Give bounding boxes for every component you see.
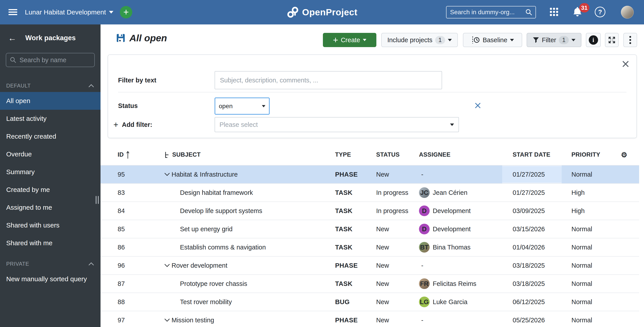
table-settings-gear-icon[interactable]: ⚙ [621,144,627,165]
assignee-name: Jean Cérien [433,189,467,196]
avatar: JC [419,187,430,198]
remove-status-filter-icon[interactable] [475,102,481,109]
work-packages-table: ID SUBJECT TYPE STATUS ASSIGNEE START DA… [100,144,639,327]
hierarchy-icon [164,151,170,158]
sidebar-search-input[interactable] [19,56,91,64]
work-package-id[interactable]: 87 [118,275,125,292]
work-package-subject[interactable]: Design habitat framework [180,184,253,201]
status-cell: New [376,220,389,238]
sidebar-title: Work packages [25,34,76,42]
column-header-assignee[interactable]: ASSIGNEE [419,144,450,165]
sidebar-item-shared-with-me[interactable]: Shared with me [0,234,100,252]
page-title: All open [130,25,167,52]
help-icon[interactable]: ? [595,7,606,17]
sidebar-item-summary[interactable]: Summary [0,163,100,181]
more-options-button[interactable] [623,33,637,47]
work-package-id[interactable]: 83 [118,184,125,201]
work-package-subject[interactable]: Rover development [172,257,227,274]
project-selector[interactable]: Lunar Habitat Development [25,0,114,25]
global-search[interactable] [446,6,536,19]
page-header: All open + Create Include projects 1 Bas… [100,25,644,52]
sidebar-item-all-open[interactable]: All open [0,92,100,110]
sidebar-item-created-by-me[interactable]: Created by me [0,181,100,199]
sidebar-item-latest-activity[interactable]: Latest activity [0,110,100,128]
column-header-id[interactable]: ID [118,144,130,165]
create-button[interactable]: + Create [323,33,376,47]
start-date-cell: 06/12/2025 [513,293,545,311]
work-package-id[interactable]: 85 [118,220,125,238]
add-filter-select[interactable]: Please select [214,117,459,132]
notifications-button[interactable]: 31 [572,6,584,19]
collapse-chevron-icon[interactable] [164,257,170,274]
sidebar-section-default[interactable]: DEFAULT [0,80,100,92]
start-date-cell: 05/25/2026 [513,311,545,327]
work-package-subject[interactable]: Develop life support systems [180,202,262,220]
work-package-subject[interactable]: Mission testing [172,311,214,327]
table-row[interactable]: 88 Test rover mobility BUG New LG Luke G… [100,292,639,311]
column-header-priority[interactable]: PRIORITY [572,144,600,165]
info-button[interactable]: i [586,33,601,47]
hamburger-menu-icon[interactable] [8,9,17,17]
work-package-id[interactable]: 95 [118,165,125,183]
work-package-id[interactable]: 96 [118,257,125,274]
priority-cell: Normal [572,257,592,274]
sidebar-item-shared-with-users[interactable]: Shared with users [0,216,100,234]
table-row[interactable]: 85 Set up energy grid TASK New D Develop… [100,220,639,238]
type-cell: PHASE [335,257,358,274]
work-package-subject[interactable]: Test rover mobility [180,293,232,311]
column-header-start-date[interactable]: START DATE [513,144,550,165]
assignee-cell: FR Felicitas Reims [419,275,476,292]
fullscreen-button[interactable] [605,33,619,47]
table-row[interactable]: 84 Develop life support systems TASK In … [100,201,639,220]
column-header-status[interactable]: STATUS [376,144,400,165]
column-header-type[interactable]: TYPE [335,144,351,165]
sidebar-section-private[interactable]: PRIVATE [0,258,100,270]
type-cell: BUG [335,293,350,311]
assignee-cell: D Development [419,202,471,220]
sidebar-item-recently-created[interactable]: Recently created [0,128,100,145]
table-row[interactable]: 97 Mission testing PHASE New - 05/25/202… [100,311,639,327]
status-filter-select[interactable]: open [214,98,270,115]
work-package-subject[interactable]: Set up energy grid [180,220,232,238]
back-arrow-icon[interactable]: ← [8,33,18,43]
sidebar-search[interactable] [6,53,95,67]
filter-button[interactable]: Filter 1 [526,33,582,47]
quick-add-button[interactable]: + [120,6,132,19]
baseline-button[interactable]: Baseline [463,33,522,47]
kebab-icon [629,36,631,44]
work-package-id[interactable]: 84 [118,202,125,220]
collapse-chevron-icon[interactable] [164,165,170,183]
include-projects-button[interactable]: Include projects 1 [381,33,458,47]
type-cell: TASK [335,220,352,238]
table-row[interactable]: 83 Design habitat framework TASK In prog… [100,183,639,201]
filter-by-text-input[interactable] [214,71,442,89]
chevron-up-icon [88,84,94,87]
user-avatar[interactable] [621,6,634,19]
close-filter-icon[interactable] [622,61,629,67]
sidebar-item-new-manually-sorted-query[interactable]: New manually sorted query [0,270,100,288]
work-package-id[interactable]: 86 [118,238,125,256]
work-package-id[interactable]: 88 [118,293,125,311]
save-icon[interactable] [116,33,126,43]
sidebar-resize-handle[interactable] [96,196,99,204]
work-package-subject[interactable]: Habitat & Infrastructure [172,165,238,183]
type-cell: TASK [335,202,352,220]
work-package-subject[interactable]: Establish comms & navigation [180,238,266,256]
work-package-subject[interactable]: Prototype rover chassis [180,275,247,292]
global-search-input[interactable] [450,9,523,16]
apps-grid-icon[interactable] [550,8,558,16]
table-row[interactable]: 96 Rover development PHASE New - 03/18/2… [100,256,639,274]
priority-cell: Normal [572,238,592,256]
priority-cell: Normal [572,311,592,327]
collapse-chevron-icon[interactable] [164,311,170,327]
type-cell: TASK [335,275,352,292]
table-row[interactable]: 87 Prototype rover chassis TASK New FR F… [100,274,639,292]
chevron-down-icon [363,39,366,41]
filter-divider [118,92,626,92]
table-row[interactable]: 86 Establish comms & navigation TASK New… [100,238,639,256]
column-header-subject[interactable]: SUBJECT [164,144,200,165]
table-row[interactable]: 95 Habitat & Infrastructure PHASE New - … [100,165,639,183]
sidebar-item-overdue[interactable]: Overdue [0,145,100,163]
sidebar-item-assigned-to-me[interactable]: Assigned to me [0,199,100,216]
work-package-id[interactable]: 97 [118,311,125,327]
